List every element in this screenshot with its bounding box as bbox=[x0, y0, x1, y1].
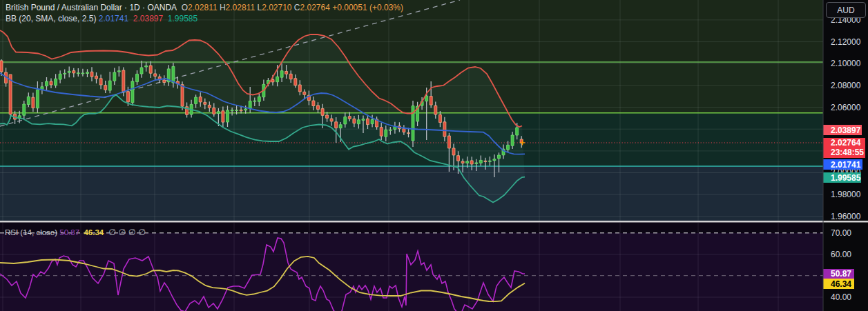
svg-text:70.00: 70.00 bbox=[831, 228, 851, 238]
svg-text:2.03897: 2.03897 bbox=[831, 126, 861, 135]
svg-text:23:48:55: 23:48:55 bbox=[831, 148, 864, 157]
svg-text:1.99585: 1.99585 bbox=[831, 173, 861, 183]
svg-text:60.00: 60.00 bbox=[831, 250, 851, 259]
svg-text:2.02764: 2.02764 bbox=[831, 138, 861, 148]
svg-text:2.01741: 2.01741 bbox=[831, 160, 861, 170]
svg-text:AUD: AUD bbox=[837, 6, 855, 15]
svg-text:1.96000: 1.96000 bbox=[831, 212, 861, 221]
svg-text:British Pound / Australian Dol: British Pound / Australian Dollar · 1D ·… bbox=[6, 3, 403, 12]
svg-text:2.10000: 2.10000 bbox=[831, 59, 861, 68]
svg-text:2.06000: 2.06000 bbox=[831, 103, 861, 112]
svg-text:46.34: 46.34 bbox=[831, 279, 851, 289]
svg-text:BB (20, SMA, close, 2.5) 2.017: BB (20, SMA, close, 2.5) 2.01741 2.03897… bbox=[6, 14, 198, 23]
svg-text:50.87: 50.87 bbox=[831, 269, 851, 279]
svg-text:40.00: 40.00 bbox=[831, 292, 851, 302]
svg-text:2.08000: 2.08000 bbox=[831, 81, 861, 90]
svg-text:2.12000: 2.12000 bbox=[831, 37, 861, 47]
svg-text:RSI (14, close) 50.87 46.34: RSI (14, close) 50.87 46.34 ∅ ∅ ∅ ∅ bbox=[5, 228, 146, 237]
svg-text:1.98000: 1.98000 bbox=[831, 190, 861, 199]
